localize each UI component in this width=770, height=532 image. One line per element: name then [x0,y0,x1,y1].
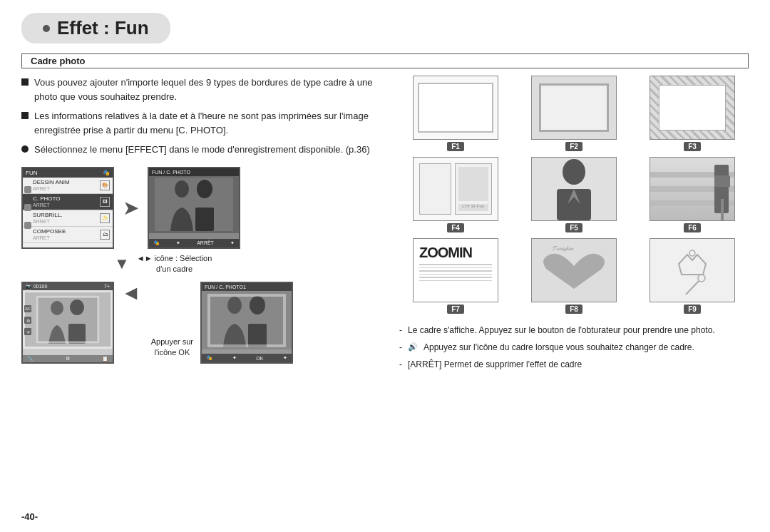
steps-row-1: FUN 🎭 DESSIN ANIMARRET 🎨 C. PHOTOARRET [21,167,385,249]
frame-thumb-5 [531,157,617,221]
bullet-item-2: Les informations relatives à la date et … [21,109,385,137]
note-text-1: Le cadre s'affiche. Appuyez sur le bouto… [408,324,715,337]
bullet-text-3: Sélectionnez le menu [EFFECT] dans le mo… [34,143,370,157]
cadre-photo-label: Cadre photo [21,53,749,68]
note-icon-2: 🔊 [408,341,418,353]
page-header: Effet : Fun [21,13,749,44]
ok-screen-header: FUN / C. PHOTO1 [202,283,292,291]
arrow-caption-line2: d'un cadre [156,264,192,275]
cam-header-label: FUN [26,170,37,176]
svg-rect-9 [207,294,286,347]
cam-header-icon: 🎭 [103,170,110,176]
steps-row-2: 📷 00100 7+ [21,282,385,364]
frame-label-4: F4 [447,223,464,232]
frame-thumb-7: ZOOMIN [413,238,498,302]
page-title: Effet : Fun [57,17,149,39]
ok-label: OK [256,356,263,361]
frame-item-8: ℱ𝓇𝑜𝒾𝓈𝒻𝓇𝑜𝒸 F8 [518,238,630,314]
cam-menu-composee: COMPOSEEARRET 🗂 [23,227,113,243]
cam-side-icons [24,181,31,235]
frame-item-3: F3 [636,76,749,151]
svg-point-2 [197,180,212,198]
appuyer-line2: l'icône OK [154,347,190,358]
frame-item-7: ZOOMIN F7 [399,238,512,314]
right-column: F1 F2 F3 [392,76,749,519]
svg-text:ℱ𝓇𝑜𝒾𝓈𝒻𝓇𝑜𝒸: ℱ𝓇𝑜𝒾𝓈𝒻𝓇𝑜𝒸 [552,245,574,252]
frame-thumb-2 [531,76,617,140]
down-arrow-icon: ▼ [114,255,130,273]
frame-item-5: F5 [518,157,630,232]
photo-frame-screen: FUN / C. PHOTO [148,167,240,249]
frame-grid: F1 F2 F3 [399,76,749,314]
cam-icon-2 [24,204,31,211]
frame-item-1: F1 [399,76,512,151]
main-content: Vous pouvez ajouter n'importe lequel des… [21,76,749,519]
cam-vf-content: AF ⚙ ☀ [23,290,113,349]
note-item-3: - [ARRÊT] Permet de supprimer l'effet de… [399,358,749,371]
title-box: Effet : Fun [21,13,170,44]
svg-rect-20 [650,239,734,302]
ok-screen-content [202,291,292,349]
cam-menu-surbrill: SURBRILL.ARRET ✨ [23,210,113,227]
camera-viewfinder: 📷 00100 7+ [21,282,114,364]
frame-thumb-3 [650,76,735,140]
svg-point-11 [250,296,265,314]
bullet-square-icon-2 [21,112,29,119]
note-text-2: Appuyez sur l'icône du cadre lorsque vou… [423,341,694,354]
arrow-caption-text: ◄► icône : Sélection d'un cadre [137,253,212,275]
left-column: Vous pouvez ajouter n'importe lequel des… [21,76,392,519]
bullet-item-1: Vous pouvez ajouter n'importe lequel des… [21,76,385,103]
frame1-inner [418,83,493,133]
cam-vf-header: 📷 00100 7+ [23,283,113,290]
frame-thumb-1 [413,76,498,140]
zoomin-label: ZOOMIN [419,245,492,261]
cam-icon-3 [24,222,31,229]
frame-item-2: F2 [518,76,630,151]
camera-menu-screen: FUN 🎭 DESSIN ANIMARRET 🎨 C. PHOTOARRET [21,167,114,249]
frame3-center [659,85,726,131]
cam-header: FUN 🎭 [23,168,113,178]
note-dash-1: - [399,324,402,337]
note-item-1: - Le cadre s'affiche. Appuyez sur le bou… [399,324,749,337]
bullet-square-icon [21,78,29,86]
arrow-caption-area: ▼ ◄► icône : Sélection d'un cadre [21,253,385,275]
arrêt-label: ARRÊT [197,240,214,245]
bullet-icon [43,25,50,32]
appuyer-caption: Appuyer sur l'icône OK [151,337,193,359]
svg-point-10 [227,297,242,314]
ok-screen: FUN / C. PHOTO1 🎭 ✦ [200,282,293,364]
frame-thumb-4: LTV 32 Fun [413,157,498,221]
cam-vf-footer: 🔧 ⚙ 📋 [23,355,113,362]
page-number: -40- [21,511,38,522]
frame-label-7: F7 [447,305,464,314]
cam-menu-dessin: DESSIN ANIMARRET 🎨 [23,178,113,194]
frame-label-6: F6 [684,223,701,232]
frame-label-3: F3 [684,142,701,151]
bottom-notes: - Le cadre s'affiche. Appuyez sur le bou… [399,324,749,371]
frame-label-9: F9 [684,305,701,314]
bullet-text-1: Vous pouvez ajouter n'importe lequel des… [34,76,385,103]
note-dash-2: - [399,341,402,354]
svg-rect-3 [195,208,214,231]
frame-thumb-9 [650,238,735,302]
note-dash-3: - [399,358,402,371]
svg-point-15 [563,159,585,185]
bullet-text-2: Les informations relatives à la date et … [34,109,385,137]
appuyer-line1: Appuyer sur [151,337,193,347]
arrow-right-1: ➤ [123,196,139,220]
arrow-left-icon: ◄ [121,282,141,305]
frame-thumb-8: ℱ𝓇𝑜𝒾𝓈𝒻𝓇𝑜𝒸 [531,238,617,302]
frame-item-9: F9 [636,238,749,314]
frame8-svg: ℱ𝓇𝑜𝒾𝓈𝒻𝓇𝑜𝒸 [532,239,616,302]
frame-item-6: F6 [636,157,749,232]
ok-couple-silhouette [207,294,286,347]
cam-icon-1 [24,186,31,193]
svg-point-1 [175,180,189,198]
frame9-svg [650,239,734,302]
cam-vf-sidebar: AF ⚙ ☀ [24,303,31,337]
bullet-round-icon [21,145,29,153]
cam-vf-overlay [23,290,113,349]
arrow-caption-line1: ◄► icône : Sélection [137,253,212,264]
svg-rect-0 [155,178,233,231]
frame-label-5: F5 [565,223,582,232]
